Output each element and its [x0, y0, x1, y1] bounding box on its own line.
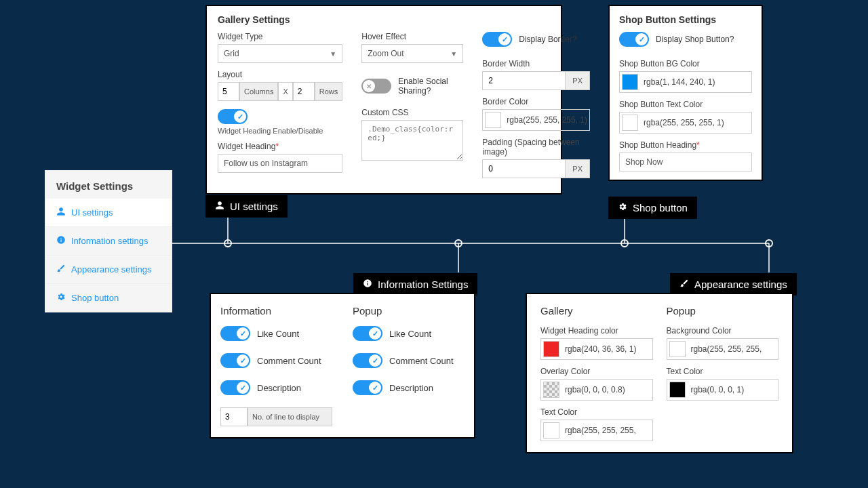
color-value: rgba(255, 255, 255, 1) — [644, 118, 749, 127]
hover-effect-select[interactable]: Zoom Out ▼ — [361, 44, 463, 63]
chevron-down-icon: ▼ — [330, 50, 336, 58]
layout-cols-label: Columns — [239, 82, 278, 101]
lines-to-display-label: No. of line to display — [248, 407, 332, 426]
layout-rows-input[interactable] — [293, 82, 315, 101]
chevron-down-icon: ▼ — [450, 50, 457, 58]
display-shop-button-label: Display Shop Button? — [656, 35, 734, 44]
sidebar-item-ui-settings[interactable]: UI settings — [45, 199, 172, 227]
toggle-label: Like Count — [257, 329, 299, 339]
display-shop-button-toggle[interactable] — [619, 32, 649, 47]
layout-rows-label: Rows — [315, 82, 343, 101]
sidebar-title: Widget Settings — [45, 171, 172, 199]
padding-input[interactable] — [483, 160, 565, 178]
heading-color-label: Widget Heading color — [540, 326, 653, 336]
border-width-label: Border Width — [482, 59, 590, 68]
toggle-label: Comment Count — [257, 356, 321, 366]
popup-text-color-label: Text Color — [667, 367, 779, 376]
color-swatch — [543, 422, 559, 439]
sidebar-item-label: UI settings — [71, 207, 113, 218]
information-settings-panel: Information Like Count Comment Count Des… — [210, 293, 475, 439]
appearance-settings-panel: Gallery Widget Heading color rgba(240, 3… — [526, 293, 793, 453]
color-value: rgba(0, 0, 0, 1) — [691, 385, 776, 394]
layout-x-label: X — [278, 82, 292, 101]
popup-section-title: Popup — [353, 305, 465, 317]
info-comment-count-toggle[interactable] — [220, 353, 250, 368]
sidebar-item-appearance-settings[interactable]: Appearance settings — [45, 256, 172, 284]
color-value: rgba(1, 144, 240, 1) — [644, 77, 749, 87]
color-swatch — [543, 382, 559, 398]
widget-heading-toggle-label: Widget Heading Enable/Disable — [218, 127, 342, 135]
shop-heading-input[interactable] — [619, 152, 752, 171]
popup-description-toggle[interactable] — [353, 380, 382, 395]
custom-css-label: Custom CSS — [361, 108, 463, 117]
panel-title: Shop Button Settings — [619, 14, 752, 25]
popup-comment-count-toggle[interactable] — [353, 353, 382, 368]
shop-bg-color-input[interactable]: rgba(1, 144, 240, 1) — [619, 71, 752, 93]
popup-bg-color-label: Background Color — [667, 326, 779, 336]
color-swatch — [543, 341, 559, 357]
info-like-count-toggle[interactable] — [220, 326, 250, 341]
tag-label: Appearance settings — [694, 279, 787, 290]
shop-bg-label: Shop Button BG Color — [619, 59, 752, 68]
toggle-label: Like Count — [389, 329, 431, 339]
widget-type-label: Widget Type — [218, 32, 342, 41]
social-sharing-toggle[interactable] — [361, 79, 391, 94]
gear-icon — [56, 292, 66, 304]
tag-label: UI settings — [230, 201, 278, 212]
person-icon — [56, 207, 66, 218]
heading-color-input[interactable]: rgba(240, 36, 36, 1) — [540, 338, 653, 360]
border-color-input[interactable]: rgba(255, 255, 255, 1) — [482, 109, 590, 131]
sidebar-item-label: Appearance settings — [71, 264, 152, 274]
gallery-text-color-input[interactable]: rgba(255, 255, 255, — [540, 420, 653, 441]
shop-text-label: Shop Button Text Color — [619, 100, 752, 109]
widget-heading-toggle[interactable] — [218, 109, 248, 124]
toggle-label: Description — [389, 383, 433, 393]
color-swatch — [669, 341, 686, 357]
layout-cols-input[interactable] — [218, 82, 239, 101]
color-swatch — [669, 382, 686, 398]
shop-text-color-input[interactable]: rgba(255, 255, 255, 1) — [619, 112, 752, 134]
color-swatch — [485, 112, 501, 128]
tag-label: Shop button — [633, 202, 688, 214]
shop-heading-label: Shop Button Heading* — [619, 140, 752, 150]
tag-shop-button: Shop button — [608, 197, 697, 219]
toggle-label: Description — [257, 383, 301, 393]
brush-icon — [679, 279, 689, 290]
select-value: Zoom Out — [368, 49, 403, 58]
display-border-toggle[interactable] — [482, 32, 512, 47]
display-border-label: Display Border? — [519, 35, 576, 44]
widget-heading-input[interactable] — [218, 154, 342, 173]
gallery-section-title: Gallery — [540, 305, 653, 317]
popup-text-color-input[interactable]: rgba(0, 0, 0, 1) — [667, 379, 779, 401]
widget-type-select[interactable]: Grid ▼ — [218, 44, 342, 63]
color-swatch — [622, 74, 638, 90]
lines-to-display-input[interactable] — [220, 407, 248, 426]
sidebar-item-label: Information settings — [71, 236, 148, 246]
layout-label: Layout — [218, 70, 342, 79]
border-color-label: Border Color — [482, 97, 590, 106]
padding-label: Padding (Spacing between image) — [482, 138, 590, 157]
tag-label: Information Settings — [378, 279, 468, 290]
information-section-title: Information — [220, 305, 332, 317]
sidebar-item-label: Shop button — [71, 293, 119, 303]
border-width-input[interactable] — [483, 72, 565, 89]
person-icon — [215, 201, 224, 212]
panel-title: Gallery Settings — [218, 14, 550, 25]
custom-css-textarea[interactable]: .Demo_class{color:red;} — [361, 120, 463, 161]
sidebar-item-shop-button[interactable]: Shop button — [45, 284, 172, 312]
widget-settings-sidebar: Widget Settings UI settings Information … — [45, 170, 172, 312]
popup-like-count-toggle[interactable] — [353, 326, 382, 341]
select-value: Grid — [224, 49, 239, 58]
info-description-toggle[interactable] — [220, 380, 250, 395]
popup-bg-color-input[interactable]: rgba(255, 255, 255, — [667, 338, 779, 360]
overlay-color-label: Overlay Color — [540, 367, 653, 376]
gallery-text-color-label: Text Color — [540, 407, 653, 417]
info-circle-icon — [363, 279, 372, 290]
unit-px: PX — [565, 160, 589, 178]
sidebar-item-information-settings[interactable]: Information settings — [45, 227, 172, 256]
overlay-color-input[interactable]: rgba(0, 0, 0, 0.8) — [540, 379, 653, 401]
shop-button-settings-panel: Shop Button Settings Display Shop Button… — [608, 5, 763, 181]
color-swatch — [622, 115, 638, 131]
unit-px: PX — [565, 72, 589, 89]
color-value: rgba(255, 255, 255, — [565, 426, 650, 435]
